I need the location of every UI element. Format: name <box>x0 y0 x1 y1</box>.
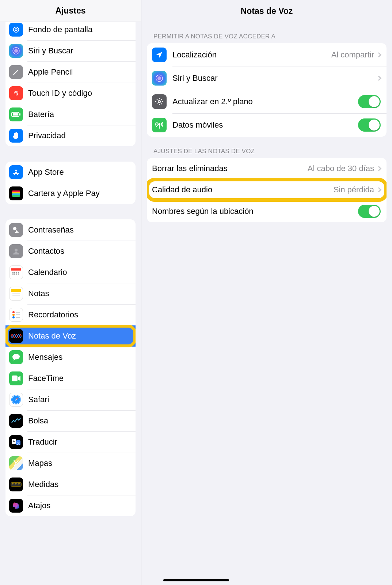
sidebar-item-label: Mensajes <box>28 352 130 362</box>
toggle-switch[interactable] <box>358 95 381 108</box>
sidebar-item-label: Privacidad <box>28 131 130 140</box>
sidebar-item-label: Apple Pencil <box>28 67 130 77</box>
setting-value: Al cabo de 30 días <box>308 164 374 173</box>
detail-group-2: Borrar las eliminadasAl cabo de 30 díasC… <box>147 158 387 222</box>
contacts-icon <box>9 244 23 258</box>
sidebar-item-fondo-de-pantalla[interactable]: Fondo de pantalla <box>5 22 136 40</box>
svg-rect-10 <box>12 195 20 197</box>
chevron-right-icon <box>376 52 381 57</box>
setting-label: Actualizar en 2.º plano <box>172 97 358 106</box>
sidebar-item-bolsa[interactable]: Bolsa <box>5 410 136 431</box>
sidebar-item-notas[interactable]: Notas <box>5 283 136 304</box>
setting-row-datos-m-viles[interactable]: Datos móviles <box>147 113 387 137</box>
sidebar-title: Ajustes <box>0 0 141 22</box>
sidebar-item-mensajes[interactable]: Mensajes <box>5 347 136 368</box>
safari-icon <box>9 393 23 407</box>
sidebar-item-bater-a[interactable]: Batería <box>5 104 136 125</box>
setting-row-localizaci-n[interactable]: LocalizaciónAl compartir <box>147 43 387 67</box>
chevron-right-icon <box>376 76 381 81</box>
sidebar-item-label: Atajos <box>28 501 130 510</box>
svg-rect-13 <box>11 268 21 271</box>
sidebar-item-facetime[interactable]: FaceTime <box>5 368 136 389</box>
sidebar-item-label: Siri y Buscar <box>28 46 130 56</box>
svg-point-1 <box>15 29 17 31</box>
svg-rect-18 <box>18 272 19 273</box>
sidebar-item-label: Bolsa <box>28 416 130 426</box>
setting-row-nombres-seg-n-la-ubicaci-n[interactable]: Nombres según la ubicación <box>147 200 387 222</box>
antenna-icon <box>152 118 167 132</box>
svg-rect-21 <box>16 273 17 275</box>
svg-rect-32 <box>16 317 20 318</box>
shortcuts-icon <box>9 499 23 513</box>
sidebar-item-label: Mapas <box>28 458 130 468</box>
sidebar-item-privacidad[interactable]: Privacidad <box>5 125 136 146</box>
chevron-right-icon <box>376 187 381 192</box>
home-indicator <box>163 579 229 581</box>
sidebar-item-label: Calendario <box>28 268 130 277</box>
voicememos-icon <box>9 329 23 343</box>
detail-group-1: LocalizaciónAl compartirSiri y BuscarAct… <box>147 43 387 137</box>
sidebar-item-medidas[interactable]: Medidas <box>5 474 136 495</box>
hand-icon <box>9 129 23 143</box>
toggle-switch[interactable] <box>358 205 381 218</box>
sidebar-item-siri-y-buscar[interactable]: Siri y Buscar <box>5 40 136 61</box>
wallet-icon <box>9 186 23 200</box>
sidebar-group-3: ContraseñasContactosCalendarioNotasRecor… <box>5 219 136 516</box>
svg-rect-31 <box>16 314 20 315</box>
sidebar-item-calendario[interactable]: Calendario <box>5 262 136 283</box>
sidebar-item-safari[interactable]: Safari <box>5 389 136 410</box>
svg-point-52 <box>158 101 160 103</box>
sidebar-item-notas-de-voz[interactable]: Notas de Voz <box>5 325 136 347</box>
setting-row-siri-y-buscar[interactable]: Siri y Buscar <box>147 67 387 90</box>
sidebar-item-atajos[interactable]: Atajos <box>5 495 136 516</box>
sidebar-item-label: Notas <box>28 289 130 298</box>
sidebar-item-cartera-y-apple-pay[interactable]: Cartera y Apple Pay <box>5 183 136 204</box>
sidebar-item-touch-id-y-c-digo[interactable]: Touch ID y código <box>5 83 136 104</box>
section-header-2: AJUSTES DE LAS NOTAS DE VOZ <box>147 137 387 158</box>
sidebar-item-label: Batería <box>28 110 130 119</box>
sidebar-item-app-store[interactable]: App Store <box>5 162 136 183</box>
key-icon <box>9 223 23 237</box>
sidebar-item-mapas[interactable]: Mapas <box>5 453 136 474</box>
setting-label: Borrar las eliminadas <box>152 164 308 173</box>
svg-point-0 <box>14 27 19 33</box>
toggle-switch[interactable] <box>358 118 381 132</box>
settings-sidebar: Ajustes Fondo de pantallaSiri y BuscarAp… <box>0 0 141 585</box>
sidebar-content: Fondo de pantallaSiri y BuscarApple Penc… <box>0 22 141 585</box>
reminders-icon <box>9 308 23 322</box>
svg-point-27 <box>12 311 15 313</box>
sidebar-item-apple-pencil[interactable]: Apple Pencil <box>5 61 136 83</box>
sidebar-item-contrase-as[interactable]: Contraseñas <box>5 219 136 241</box>
svg-rect-30 <box>16 312 20 313</box>
svg-text:A: A <box>13 439 15 443</box>
fingerprint-icon <box>9 86 23 100</box>
setting-row-actualizar-en-2-plano[interactable]: Actualizar en 2.º plano <box>147 90 387 113</box>
svg-text:文: 文 <box>17 441 20 445</box>
siri-icon <box>9 44 23 58</box>
sidebar-item-label: Notas de Voz <box>28 331 130 341</box>
translate-icon: A文 <box>9 435 23 449</box>
gear-icon <box>152 94 167 109</box>
measure-icon <box>9 478 23 491</box>
svg-point-28 <box>12 314 15 316</box>
sidebar-item-traducir[interactable]: A文Traducir <box>5 431 136 453</box>
svg-rect-6 <box>19 113 20 116</box>
setting-row-calidad-de-audio[interactable]: Calidad de audioSin pérdida <box>147 179 387 200</box>
setting-label: Siri y Buscar <box>172 73 377 83</box>
setting-row-borrar-las-eliminadas[interactable]: Borrar las eliminadasAl cabo de 30 días <box>147 158 387 179</box>
svg-point-29 <box>12 316 15 318</box>
svg-rect-49 <box>14 504 19 509</box>
svg-rect-15 <box>12 272 14 273</box>
sidebar-group-2: App StoreCartera y Apple Pay <box>5 162 136 204</box>
sidebar-item-recordatorios[interactable]: Recordatorios <box>5 304 136 325</box>
chevron-right-icon <box>376 166 381 171</box>
sidebar-item-contactos[interactable]: Contactos <box>5 241 136 262</box>
detail-pane: Notas de Voz PERMITIR A NOTAS DE VOZ ACC… <box>141 0 392 585</box>
siri-icon <box>152 71 167 86</box>
detail-title: Notas de Voz <box>141 0 392 22</box>
highlight-marker: Notas de Voz <box>5 325 136 347</box>
setting-value: Sin pérdida <box>334 185 374 195</box>
svg-point-3 <box>14 49 18 53</box>
highlight-marker: Calidad de audioSin pérdida <box>147 179 387 200</box>
svg-rect-23 <box>11 289 21 292</box>
